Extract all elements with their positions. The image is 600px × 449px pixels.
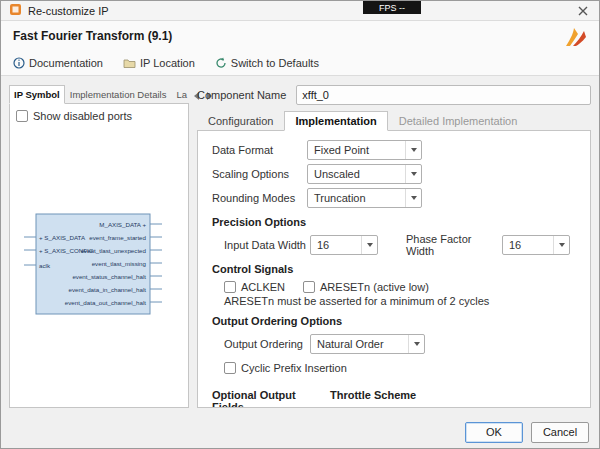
- aclken-label: ACLKEN: [241, 281, 285, 293]
- ip-symbol-diagram: M_AXIS_DATA + event_frame_started event_…: [12, 208, 180, 322]
- control-signals-heading: Control Signals: [212, 263, 576, 275]
- cyclic-prefix-row: Cyclic Prefix Insertion: [224, 357, 576, 378]
- toolbar: Documentation IP Location Switch to Defa…: [1, 51, 599, 76]
- control-signals-row: ACLKEN ARESETn (active low): [224, 281, 576, 293]
- show-disabled-ports-label: Show disabled ports: [33, 110, 132, 122]
- cyclic-prefix-checkbox[interactable]: [224, 362, 236, 374]
- ok-button[interactable]: OK: [465, 422, 523, 443]
- tab-implementation-details[interactable]: Implementation Details: [65, 85, 172, 104]
- output-ordering-options-heading: Output Ordering Options: [212, 315, 576, 327]
- cancel-button[interactable]: Cancel: [531, 422, 589, 443]
- output-ordering-row: Output Ordering Natural Order: [224, 333, 576, 354]
- precision-options-heading: Precision Options: [212, 216, 576, 228]
- rounding-modes-row: Rounding Modes Truncation: [212, 187, 576, 208]
- pin-m-axis-data: M_AXIS_DATA +: [99, 221, 146, 228]
- phase-factor-width-label: Phase Factor Width: [406, 233, 502, 257]
- non-real-time-label: Non Real Time: [359, 407, 432, 408]
- tab-implementation[interactable]: Implementation: [284, 111, 387, 131]
- tab-detailed-implementation[interactable]: Detailed Implementation: [388, 111, 529, 131]
- scaling-options-select[interactable]: Unscaled: [307, 164, 422, 184]
- aresetn-label: ARESETn (active low): [320, 281, 429, 293]
- recustomize-ip-icon: [9, 3, 22, 18]
- real-time-radio[interactable]: [446, 407, 458, 408]
- ip-title: Fast Fourier Transform (9.1): [13, 29, 172, 43]
- real-time-label: Real Time: [463, 407, 513, 408]
- aresetn-checkbox[interactable]: [303, 281, 315, 293]
- content-area: IP Symbol Implementation Details La Show…: [1, 76, 599, 416]
- cyclic-prefix-label: Cyclic Prefix Insertion: [241, 362, 347, 374]
- implementation-form: Data Format Fixed Point Scaling Options …: [197, 130, 591, 408]
- component-name-row: Component Name: [197, 84, 591, 106]
- input-data-width-select[interactable]: 16: [310, 235, 378, 255]
- left-panel: IP Symbol Implementation Details La Show…: [9, 84, 189, 408]
- output-ordering-select[interactable]: Natural Order: [310, 334, 425, 354]
- chevron-down-icon: [405, 141, 421, 159]
- title-bar: Re-customize IP: [1, 1, 599, 21]
- output-ordering-value: Natural Order: [317, 338, 384, 350]
- phase-factor-width-select[interactable]: 16: [502, 235, 570, 255]
- pin-s-axis-data: + S_AXIS_DATA: [39, 234, 86, 241]
- input-data-width-value: 16: [317, 239, 329, 251]
- component-name-input[interactable]: [296, 85, 591, 105]
- throttle-scheme-column: Throttle Scheme Non Real Time Real Time: [330, 381, 576, 408]
- output-ordering-label: Output Ordering: [224, 338, 310, 350]
- documentation-button[interactable]: Documentation: [13, 57, 103, 69]
- optional-output-fields-column: Optional Output Fields XK_INDEX OVFLO: [212, 381, 330, 408]
- component-name-label: Component Name: [197, 89, 286, 101]
- tab-configuration[interactable]: Configuration: [197, 111, 284, 131]
- fps-badge: FPS --: [363, 1, 421, 14]
- data-format-label: Data Format: [212, 144, 307, 156]
- main-tab-bar: Configuration Implementation Detailed Im…: [197, 110, 591, 131]
- folder-icon: [123, 58, 136, 69]
- pin-event-frame-started: event_frame_started: [89, 234, 146, 241]
- switch-to-defaults-label: Switch to Defaults: [231, 57, 319, 69]
- switch-to-defaults-button[interactable]: Switch to Defaults: [215, 57, 319, 69]
- dialog-header: Fast Fourier Transform (9.1): [1, 21, 599, 51]
- refresh-icon: [215, 57, 227, 69]
- non-real-time-radio[interactable]: [342, 407, 354, 408]
- chevron-down-icon: [553, 236, 569, 254]
- rounding-modes-select[interactable]: Truncation: [307, 188, 422, 208]
- pin-aclk: aclk: [39, 262, 51, 269]
- aclken-checkbox[interactable]: [224, 281, 236, 293]
- show-disabled-ports-row: Show disabled ports: [16, 110, 182, 122]
- pin-s-axis-config: + S_AXIS_CONFIG: [39, 247, 94, 254]
- real-time-option: Real Time: [446, 407, 513, 408]
- non-real-time-option: Non Real Time: [342, 407, 432, 408]
- throttle-scheme-row: Non Real Time Real Time: [342, 407, 576, 408]
- pin-event-tlast-missing: event_tlast_missing: [92, 260, 147, 267]
- pin-event-data-out-channel-halt: event_data_out_channel_halt: [65, 299, 146, 306]
- scaling-options-label: Scaling Options: [212, 168, 307, 180]
- recustomize-ip-dialog: Re-customize IP FPS -- Fast Fourier Tran…: [0, 0, 600, 449]
- show-disabled-ports-checkbox[interactable]: [16, 110, 28, 122]
- close-button[interactable]: [575, 3, 591, 19]
- chevron-down-icon: [408, 335, 424, 353]
- documentation-label: Documentation: [29, 57, 103, 69]
- bottom-columns: Optional Output Fields XK_INDEX OVFLO: [212, 381, 576, 408]
- chevron-down-icon: [405, 189, 421, 207]
- xilinx-logo: [563, 26, 587, 48]
- rounding-modes-label: Rounding Modes: [212, 192, 307, 204]
- data-format-value: Fixed Point: [314, 144, 369, 156]
- rounding-modes-value: Truncation: [314, 192, 366, 204]
- scaling-options-value: Unscaled: [314, 168, 360, 180]
- chevron-down-icon: [405, 165, 421, 183]
- ip-symbol-panel: Show disabled ports: [9, 103, 189, 408]
- ip-location-label: IP Location: [140, 57, 195, 69]
- aclken-option: ACLKEN: [224, 281, 285, 293]
- precision-row: Input Data Width 16 Phase Factor Width 1…: [224, 234, 576, 255]
- optional-output-fields-heading: Optional Output Fields: [212, 389, 330, 408]
- ip-location-button[interactable]: IP Location: [123, 57, 195, 69]
- tab-ip-symbol[interactable]: IP Symbol: [9, 85, 65, 104]
- throttle-scheme-heading: Throttle Scheme: [330, 389, 576, 401]
- chevron-down-icon: [361, 236, 377, 254]
- tab-latency-truncated[interactable]: La: [171, 85, 192, 104]
- info-icon: [13, 57, 25, 69]
- data-format-row: Data Format Fixed Point: [212, 139, 576, 160]
- dialog-footer: OK Cancel: [1, 416, 599, 448]
- phase-factor-width-value: 16: [509, 239, 521, 251]
- scaling-options-row: Scaling Options Unscaled: [212, 163, 576, 184]
- aresetn-note: ARESETn must be asserted for a minimum o…: [224, 295, 576, 307]
- data-format-select[interactable]: Fixed Point: [307, 140, 422, 160]
- aresetn-option: ARESETn (active low): [303, 281, 429, 293]
